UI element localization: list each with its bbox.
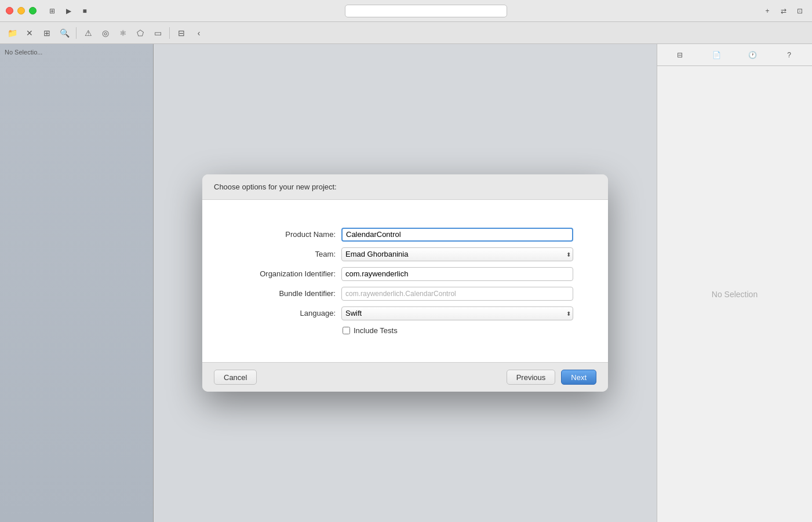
modal-bottom-area — [214, 346, 596, 351]
language-label: Language: — [237, 309, 336, 317]
title-bar-center — [91, 5, 761, 17]
product-name-input[interactable] — [341, 228, 573, 242]
org-identifier-input[interactable] — [341, 267, 573, 281]
layers-icon[interactable]: ⚛ — [115, 25, 130, 41]
add-icon[interactable]: + — [761, 5, 774, 17]
footer-right: Previous Next — [507, 370, 596, 385]
modal-header-text: Choose options for your new project: — [214, 182, 337, 191]
team-label: Team: — [237, 250, 336, 258]
modal-body: Product Name: Team: Emad Ghorbaninia ⬍ — [202, 200, 608, 362]
team-select-wrapper: Emad Ghorbaninia ⬍ — [341, 247, 573, 261]
right-panel-file-icon[interactable]: 📄 — [710, 49, 723, 61]
play-icon[interactable]: ▶ — [62, 5, 75, 17]
team-select[interactable]: Emad Ghorbaninia — [341, 247, 573, 261]
right-panel-sidebar-icon[interactable]: ⊟ — [673, 49, 686, 61]
title-bar: ⊞ ▶ ■ + ⇄ ⊡ — [0, 0, 812, 22]
sidebar-no-selection: No Selectio... — [0, 46, 153, 58]
language-select-wrapper: Swift Objective-C ⬍ — [341, 306, 573, 320]
target-icon[interactable]: ◎ — [98, 25, 113, 41]
org-identifier-label: Organization Identifier: — [237, 269, 336, 278]
grid-icon[interactable]: ⊞ — [39, 25, 54, 41]
org-identifier-row: Organization Identifier: — [237, 267, 573, 281]
main-layout: No Selectio... Choose options for your n… — [0, 44, 812, 522]
previous-button[interactable]: Previous — [507, 370, 556, 385]
new-project-modal: Choose options for your new project: Pro… — [202, 174, 608, 392]
window-controls: ⊞ ▶ ■ — [46, 5, 91, 17]
bundle-identifier-row: Bundle Identifier: com.raywenderlich.Cal… — [237, 287, 573, 301]
language-row: Language: Swift Objective-C ⬍ — [237, 306, 573, 320]
right-panel-content: No Selection — [657, 66, 812, 522]
title-bar-right: + ⇄ ⊡ — [761, 5, 806, 17]
include-tests-row: Include Tests — [343, 326, 573, 335]
panels-icon[interactable]: ⊟ — [174, 25, 189, 41]
cancel-button[interactable]: Cancel — [214, 370, 257, 385]
search-icon[interactable]: 🔍 — [57, 25, 72, 41]
modal-overlay: Choose options for your new project: Pro… — [154, 44, 657, 522]
x-icon[interactable]: ✕ — [22, 25, 37, 41]
product-name-row: Product Name: — [237, 228, 573, 242]
include-tests-checkbox[interactable] — [343, 327, 350, 334]
bundle-identifier-label: Bundle Identifier: — [237, 289, 336, 298]
warning-icon[interactable]: ⚠ — [81, 25, 96, 41]
maximize-button[interactable] — [29, 7, 37, 14]
modal-top-area — [214, 211, 596, 216]
form-section: Product Name: Team: Emad Ghorbaninia ⬍ — [214, 216, 596, 346]
right-no-selection-text: No Selection — [712, 290, 758, 299]
traffic-lights — [6, 7, 37, 14]
toolbar: 📁 ✕ ⊞ 🔍 ⚠ ◎ ⚛ ⬠ ▭ ⊟ ‹ — [0, 22, 812, 44]
center-area: Choose options for your new project: Pro… — [154, 44, 657, 522]
swap-icon[interactable]: ⇄ — [777, 5, 790, 17]
right-panel-clock-icon[interactable]: 🕐 — [747, 49, 759, 61]
include-tests-label[interactable]: Include Tests — [354, 326, 398, 335]
divider-2 — [169, 27, 170, 39]
folder-icon[interactable]: 📁 — [5, 25, 20, 41]
bundle-identifier-value: com.raywenderlich.CalendarControl — [341, 287, 573, 301]
sidebar-toggle-icon[interactable]: ⊞ — [46, 5, 59, 17]
title-search-bar[interactable] — [345, 5, 507, 17]
rect-icon[interactable]: ▭ — [150, 25, 165, 41]
modal-footer: Cancel Previous Next — [202, 362, 608, 392]
minimize-button[interactable] — [17, 7, 25, 14]
team-row: Team: Emad Ghorbaninia ⬍ — [237, 247, 573, 261]
language-select[interactable]: Swift Objective-C — [341, 306, 573, 320]
right-panel-toolbar: ⊟ 📄 🕐 ? — [657, 44, 812, 66]
divider-1 — [76, 27, 77, 39]
stop-icon[interactable]: ■ — [78, 5, 91, 17]
next-button[interactable]: Next — [561, 370, 596, 385]
chevron-left-icon[interactable]: ‹ — [191, 25, 206, 41]
sidebar: No Selectio... — [0, 44, 154, 522]
shape-icon[interactable]: ⬠ — [133, 25, 148, 41]
right-panel: ⊟ 📄 🕐 ? No Selection — [657, 44, 812, 522]
product-name-label: Product Name: — [237, 230, 336, 239]
right-panel-help-icon[interactable]: ? — [783, 49, 796, 61]
layout-icon[interactable]: ⊡ — [793, 5, 806, 17]
modal-header: Choose options for your new project: — [202, 174, 608, 200]
close-button[interactable] — [6, 7, 13, 14]
